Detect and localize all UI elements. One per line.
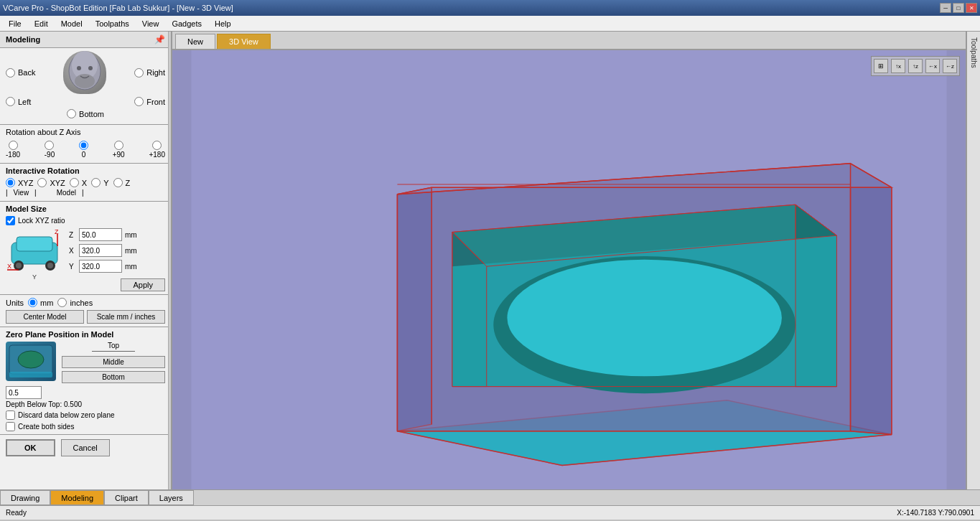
- ir-xyz1-option[interactable]: XYZ: [6, 178, 33, 187]
- ir-z-option[interactable]: Z: [113, 178, 131, 187]
- left-panel: Modeling 📌 Back: [0, 32, 172, 489]
- center-model-button[interactable]: Center Model: [6, 310, 84, 324]
- x-field-input[interactable]: [79, 244, 122, 257]
- menu-gadgets[interactable]: Gadgets: [166, 18, 207, 29]
- view-front-option[interactable]: Front: [134, 97, 165, 106]
- ir-y-label: Y: [103, 179, 108, 187]
- ir-xyz2-radio[interactable]: [37, 178, 47, 187]
- discard-label: Discard data below zero plane: [18, 411, 115, 419]
- scale-mm-inches-button[interactable]: Scale mm / inches: [87, 310, 165, 324]
- viewport-icon-zup[interactable]: ↑z: [908, 59, 923, 73]
- tab-3d-view[interactable]: 3D View: [217, 34, 271, 49]
- middle-button[interactable]: Middle: [62, 356, 165, 368]
- tab-new[interactable]: New: [175, 34, 215, 49]
- panel-resize-handle[interactable]: [168, 32, 171, 489]
- interactive-rotation-section: Interactive Rotation XYZ XYZ X Y: [0, 163, 171, 201]
- menu-help[interactable]: Help: [209, 18, 237, 29]
- model-size-title: Model Size: [6, 205, 165, 213]
- ir-options: XYZ XYZ X Y Z: [6, 178, 165, 187]
- ok-button[interactable]: OK: [6, 439, 55, 456]
- viewport-icon-xup[interactable]: ↑x: [891, 59, 905, 73]
- zero-plane-section: Zero Plane Position in Model Top Mi: [0, 327, 171, 434]
- tab-layers[interactable]: Layers: [149, 490, 194, 505]
- viewport-icons: ⊞ ↑x ↑z ←x ←z: [871, 56, 960, 76]
- units-inches-radio[interactable]: [57, 298, 67, 307]
- ir-y-option[interactable]: Y: [91, 178, 108, 187]
- rot-neg90[interactable]: -90: [45, 141, 55, 159]
- zero-plane-input[interactable]: [6, 386, 42, 399]
- z-field-input[interactable]: [79, 228, 122, 241]
- ir-z-radio[interactable]: [113, 178, 123, 187]
- rot-0-label: 0: [82, 151, 86, 159]
- menu-toolpaths[interactable]: Toolpaths: [90, 18, 135, 29]
- discard-data-checkbox[interactable]: [6, 410, 15, 420]
- close-button[interactable]: ✕: [966, 3, 977, 13]
- y-field-input[interactable]: [79, 260, 122, 273]
- view-left-radio[interactable]: [6, 97, 15, 106]
- apply-button[interactable]: Apply: [121, 278, 165, 291]
- lock-xyz-checkbox[interactable]: [6, 216, 15, 225]
- rot-neg180[interactable]: -180: [6, 141, 20, 159]
- rot-pos90[interactable]: +90: [113, 141, 125, 159]
- rot-pos180[interactable]: +180: [149, 141, 165, 159]
- ir-xyz1-radio[interactable]: [6, 178, 15, 187]
- create-both-sides-checkbox[interactable]: [6, 422, 15, 431]
- view-orientation-section: Back Right: [0, 48, 171, 121]
- menu-file[interactable]: File: [3, 18, 27, 29]
- panel-pin-icon[interactable]: 📌: [154, 34, 165, 44]
- viewport-icon-grid[interactable]: ⊞: [874, 59, 888, 73]
- view-front-radio[interactable]: [134, 97, 144, 106]
- lock-ratio-row: Lock XYZ ratio: [6, 216, 165, 225]
- menu-model[interactable]: Model: [55, 18, 88, 29]
- menu-edit[interactable]: Edit: [29, 18, 54, 29]
- rot-pos90-radio[interactable]: [114, 141, 123, 150]
- ir-x-option[interactable]: X: [70, 178, 87, 187]
- units-inches-label: inches: [70, 299, 93, 307]
- units-inches-option[interactable]: inches: [57, 298, 93, 307]
- menu-bar: File Edit Model Toolpaths View Gadgets H…: [0, 16, 980, 32]
- svg-text:X: X: [7, 263, 11, 270]
- restore-button[interactable]: □: [953, 3, 964, 13]
- units-mm-option[interactable]: mm: [28, 298, 53, 307]
- units-label: Units: [6, 299, 24, 307]
- rot-neg90-radio[interactable]: [45, 141, 54, 150]
- tab-modeling[interactable]: Modeling: [50, 490, 104, 505]
- view-left-option[interactable]: Left: [6, 97, 31, 106]
- tab-clipart[interactable]: Clipart: [104, 490, 149, 505]
- svg-point-4: [88, 66, 93, 70]
- view-bottom-option[interactable]: Bottom: [67, 109, 104, 118]
- head-model-image: [63, 51, 106, 94]
- view-back-option[interactable]: Back: [6, 68, 35, 78]
- rot-neg180-radio[interactable]: [9, 141, 18, 150]
- rot-0-radio[interactable]: [79, 141, 88, 150]
- menu-view[interactable]: View: [136, 18, 165, 29]
- view-back-label: Back: [18, 68, 35, 77]
- units-mm-radio[interactable]: [28, 298, 37, 307]
- minimize-button[interactable]: ─: [940, 3, 951, 13]
- viewport-icon-zleft[interactable]: ←z: [943, 59, 957, 73]
- svg-point-2: [75, 74, 95, 88]
- title-bar-controls[interactable]: ─ □ ✕: [940, 3, 977, 13]
- view-right-radio[interactable]: [134, 68, 144, 78]
- create-sides-check-row: Create both sides: [6, 422, 165, 431]
- rot-0[interactable]: 0: [79, 141, 88, 159]
- tab-drawing[interactable]: Drawing: [0, 490, 50, 505]
- right-sidebar[interactable]: Toolpaths: [966, 32, 980, 489]
- tab-layers-label: Layers: [159, 494, 183, 502]
- rot-pos180-radio[interactable]: [152, 141, 162, 150]
- rot-pos90-label: +90: [113, 151, 125, 159]
- ir-x-radio[interactable]: [70, 178, 79, 187]
- apply-btn-wrapper: Apply: [69, 276, 165, 291]
- zero-plane-input-row: [6, 386, 165, 399]
- view-right-option[interactable]: Right: [134, 68, 165, 78]
- ir-xyz2-option[interactable]: XYZ: [37, 178, 65, 187]
- tab-drawing-label: Drawing: [11, 494, 39, 502]
- cancel-button[interactable]: Cancel: [61, 439, 110, 456]
- view-back-radio[interactable]: [6, 68, 15, 78]
- ir-y-radio[interactable]: [91, 178, 101, 187]
- bottom-button[interactable]: Bottom: [62, 371, 165, 383]
- viewport-3d[interactable]: ⊞ ↑x ↑z ←x ←z: [172, 50, 966, 489]
- viewport-icon-xleft[interactable]: ←x: [925, 59, 940, 73]
- z-field-label: Z: [69, 231, 76, 239]
- view-bottom-radio[interactable]: [67, 109, 76, 118]
